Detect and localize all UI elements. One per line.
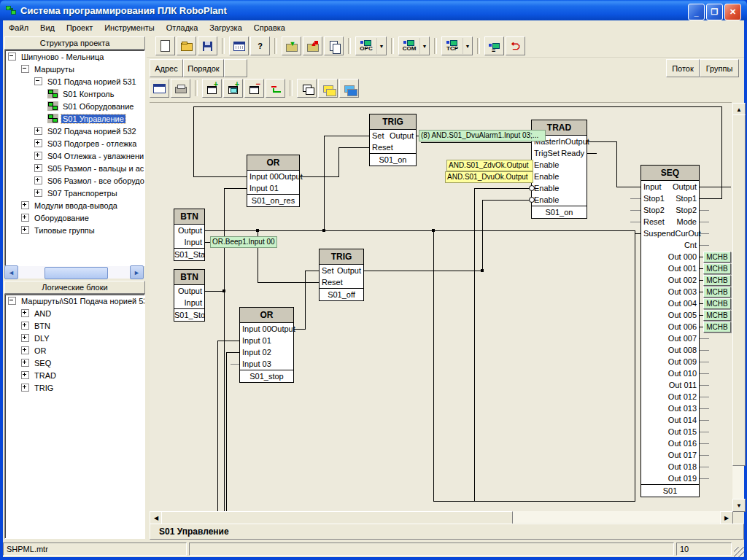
scroll-left-icon[interactable]: ◄ <box>4 265 18 279</box>
tree-item[interactable]: S07 Транспоретры <box>5 187 144 199</box>
tree-item[interactable]: TRAD <box>5 369 144 381</box>
align-vertical-button[interactable] <box>339 79 359 98</box>
menu-help[interactable]: Справка <box>248 22 291 34</box>
menu-upload[interactable]: Загрузка <box>204 22 247 34</box>
fb-seq-s01[interactable]: SEQ InputOutput Stop1Stop1 Stop2Stop2 Re… <box>640 165 700 497</box>
fb-btn-s01-sto[interactable]: BTN Output Input S01_Sto <box>174 269 205 322</box>
tcp-dropdown[interactable]: ▼ <box>462 38 472 54</box>
expand-icon[interactable] <box>21 334 29 342</box>
tree-item[interactable]: S01 Подача норией 531 <box>5 75 144 88</box>
menu-debug[interactable]: Отладка <box>160 22 204 34</box>
connect-button[interactable]: = <box>484 36 504 55</box>
tag-dvuok-label[interactable]: AND.S01_DvuOk.Output <box>445 171 533 183</box>
expand-icon[interactable] <box>34 127 42 135</box>
expand-icon[interactable] <box>34 164 42 172</box>
tag-alarm-label[interactable]: (8) AND.S01_DvuAlarm1.Input 03;... <box>419 130 546 141</box>
expand-icon[interactable] <box>21 359 29 367</box>
expand-icon[interactable] <box>21 201 29 209</box>
expand-icon[interactable] <box>21 309 29 317</box>
groups-button[interactable]: Группы <box>700 59 739 77</box>
tree-item[interactable]: DLY <box>5 332 144 344</box>
menu-file[interactable]: Файл <box>3 22 34 34</box>
tree-item[interactable]: S01 Контроль <box>5 88 144 100</box>
tree-item[interactable]: S04 Отлежка - увлажнени <box>5 149 144 162</box>
tree-item[interactable]: Типовые группы <box>5 224 144 236</box>
add-block-table-button[interactable]: + <box>223 79 243 98</box>
export-button[interactable]: ▲ <box>303 36 322 55</box>
canvas-scroll-down-icon[interactable]: ▼ <box>732 499 746 512</box>
scroll-thumb[interactable] <box>44 267 108 279</box>
menu-view[interactable]: Вид <box>34 22 61 34</box>
mchb-chip[interactable]: MCHB <box>703 310 731 321</box>
scroll-right-icon[interactable]: ► <box>130 265 144 279</box>
tree-item[interactable]: AND <box>5 307 144 319</box>
fb-trig-s01-off[interactable]: TRIG SetOutput Reset S01_off <box>319 249 364 301</box>
title-bar[interactable]: Система программирования ПЛК RoboPlant _… <box>0 0 747 20</box>
opc-button[interactable]: OPC ▼ <box>355 36 387 55</box>
tree-item[interactable]: SEQ <box>5 357 144 369</box>
expand-icon[interactable] <box>21 322 29 330</box>
new-file-button[interactable] <box>155 36 175 55</box>
align-horizontal-button[interactable] <box>318 79 338 98</box>
maximize-button[interactable]: ❐ <box>706 4 723 20</box>
canvas-scroll-right-icon[interactable]: ▶ <box>720 511 733 524</box>
resize-grip[interactable] <box>734 547 744 557</box>
new-window-button[interactable] <box>150 79 169 98</box>
tree-item[interactable]: OR <box>5 344 144 357</box>
minimize-button[interactable]: _ <box>688 4 705 20</box>
open-file-button[interactable] <box>177 36 196 55</box>
tree-item[interactable]: S01 Оборудование <box>5 100 144 112</box>
project-tree-hscrollbar[interactable]: ◄ ► <box>4 266 144 279</box>
print-button[interactable] <box>171 79 190 98</box>
mchb-chip[interactable]: MCHB <box>703 275 731 286</box>
mchb-chip[interactable]: MCHB <box>703 322 731 332</box>
expand-icon[interactable] <box>34 176 42 184</box>
mchb-chip[interactable]: MCHB <box>703 252 731 262</box>
menu-project[interactable]: Проект <box>61 22 98 34</box>
import-button[interactable]: ▼ <box>282 36 301 55</box>
tree-item[interactable]: Оборудование <box>5 211 144 224</box>
collapse-icon[interactable] <box>8 52 16 61</box>
expand-icon[interactable] <box>21 346 29 354</box>
add-block-button[interactable]: + <box>202 79 222 98</box>
tag-beep-label[interactable]: OR.Beep1.Input 00 <box>210 236 277 248</box>
address-button[interactable]: Адрес <box>150 59 183 77</box>
expand-icon[interactable] <box>21 214 29 222</box>
copy-button[interactable] <box>324 36 344 55</box>
step-button[interactable] <box>266 79 285 98</box>
fb-btn-s01-sta[interactable]: BTN Output Input S01_Sta <box>174 209 205 261</box>
order-button[interactable]: Порядок <box>183 59 224 77</box>
tree-item[interactable]: BTN <box>5 319 144 332</box>
expand-icon[interactable] <box>21 384 29 392</box>
tree-item[interactable]: Маршруты <box>5 63 144 75</box>
menu-tools[interactable]: Инструменты <box>98 22 160 34</box>
canvas-hscroll-thumb[interactable] <box>161 511 513 524</box>
fb-or-s01-on-res[interactable]: OR Input 00Output Input 01 S01_on_res <box>247 155 300 207</box>
com-dropdown[interactable]: ▼ <box>419 38 429 54</box>
disconnect-button[interactable]: ⮌ <box>506 36 525 55</box>
opc-dropdown[interactable]: ▼ <box>376 38 386 54</box>
expand-icon[interactable] <box>21 226 29 234</box>
tag-zdvok-label[interactable]: AND.S01_ZdvOk.Output <box>446 160 533 171</box>
tree-item[interactable]: S03 Подогрев - отлежка <box>5 137 144 149</box>
mchb-chip[interactable]: MCHB <box>703 263 731 274</box>
blank-button[interactable] <box>224 59 247 77</box>
mchb-chip[interactable]: MCHB <box>703 287 731 298</box>
fb-or-s01-stop[interactable]: OR Input 00Output Input 01 Input 02 Inpu… <box>239 307 294 383</box>
tree-item[interactable]: Маршруты\S01 Подача норией 53 <box>5 295 144 307</box>
close-button[interactable]: ✕ <box>724 4 741 20</box>
tree-item[interactable]: TRIG <box>5 381 144 394</box>
diagram-canvas[interactable]: TRIG SetOutput Reset S01_on OR Input 00O… <box>150 102 732 511</box>
delete-block-button[interactable]: − <box>244 79 264 98</box>
fb-trig-s01-on[interactable]: TRIG SetOutput Reset S01_on <box>369 114 417 166</box>
canvas-vscroll-thumb[interactable] <box>732 114 746 466</box>
expand-icon[interactable] <box>34 152 42 160</box>
help-button[interactable]: ? <box>250 36 270 55</box>
flow-button[interactable]: Поток <box>666 59 700 77</box>
tree-item[interactable]: S02 Подача норией 532 <box>5 125 144 137</box>
expand-icon[interactable] <box>21 371 29 379</box>
tree-item[interactable]: S06 Размол - все оборудо <box>5 174 144 187</box>
copy-group-button[interactable] <box>297 79 317 98</box>
tree-item[interactable]: Шипуново - Мельница <box>5 50 144 63</box>
mchb-chip[interactable]: MCHB <box>703 298 731 309</box>
